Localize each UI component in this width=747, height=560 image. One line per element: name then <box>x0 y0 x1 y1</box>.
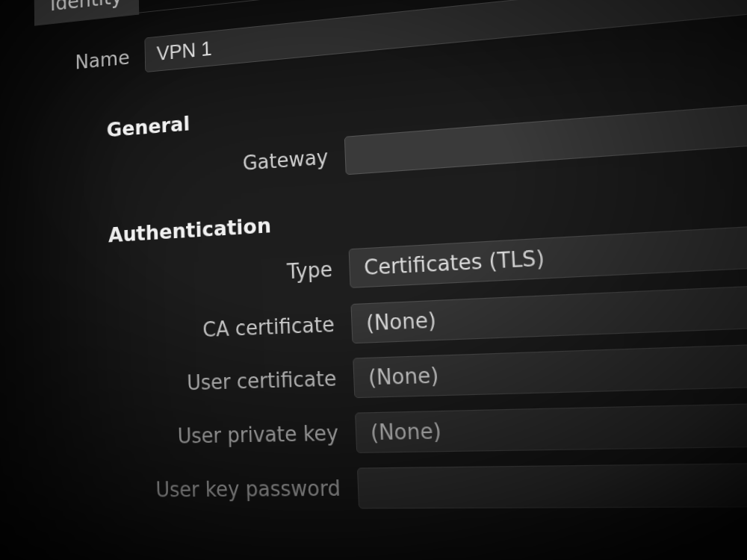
vpn-identity-panel: Identity IPv4 IPv6 Name General Gateway … <box>0 0 747 560</box>
user-key-label: User private key <box>31 421 339 450</box>
user-cert-chooser[interactable]: (None) <box>353 335 747 398</box>
user-cert-label: User certificate <box>31 367 337 399</box>
gateway-input[interactable] <box>344 85 747 175</box>
key-password-row: User key password <box>31 460 747 510</box>
name-label: Name <box>28 46 130 78</box>
settings-window: Identity IPv4 IPv6 Name General Gateway … <box>0 0 747 560</box>
name-input[interactable] <box>144 0 747 72</box>
section-authentication: Authentication <box>108 214 272 247</box>
key-password-input[interactable] <box>357 460 747 509</box>
tab-bar: Identity IPv4 IPv6 <box>34 0 293 26</box>
auth-type-label: Type <box>30 258 332 296</box>
section-general: General <box>107 112 190 142</box>
key-password-label: User key password <box>31 476 341 503</box>
user-cert-value: (None) <box>368 363 439 389</box>
ca-cert-value: (None) <box>366 308 437 335</box>
user-key-value: (None) <box>371 419 442 445</box>
ca-cert-label: CA certificate <box>31 313 335 349</box>
tab-ipv4[interactable]: IPv4 <box>139 0 215 14</box>
auth-type-value: Certificates (TLS) <box>364 246 545 280</box>
user-key-chooser[interactable]: (None) <box>355 397 747 453</box>
auth-type-select[interactable]: Certificates (TLS) <box>349 211 747 287</box>
gateway-label: Gateway <box>29 146 329 190</box>
user-key-row: User private key (None) <box>31 397 747 458</box>
gateway-row: Gateway <box>29 85 747 198</box>
